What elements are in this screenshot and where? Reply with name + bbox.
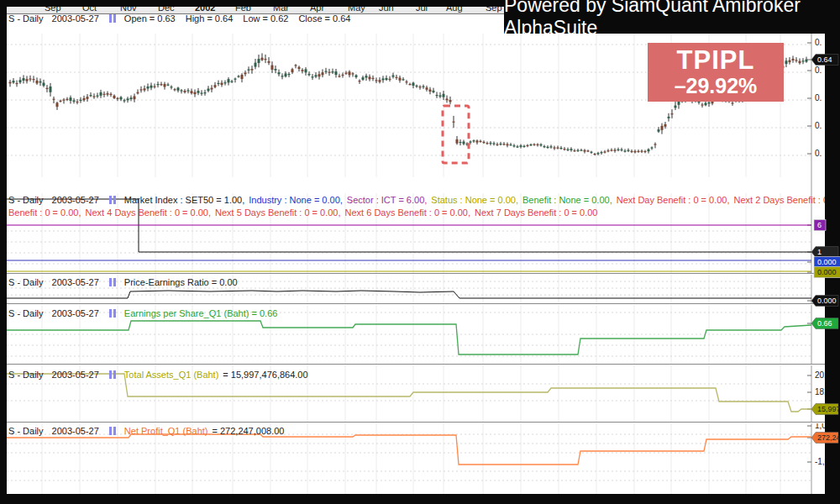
svg-text:1: 1 (817, 248, 822, 256)
price-tag: 0.000 (811, 296, 838, 307)
amibroker-chart-window: 0.0.0.0.0.20,00018,0001,000-1,000 SepOct… (0, 0, 840, 504)
price-tag: 1 (811, 247, 838, 258)
price-tag: 0.000 (814, 267, 840, 278)
svg-text:0.64: 0.64 (817, 55, 832, 64)
price-tag: 15,997,4 (811, 404, 840, 415)
price-tag: 6 (814, 220, 826, 231)
svg-text:0.000: 0.000 (817, 297, 837, 305)
price-tags-overlay: 0.64610.0000.0000.0000.6615,997,4272,24 (0, 0, 840, 504)
svg-text:0.000: 0.000 (817, 258, 837, 266)
price-tag: 272,24 (811, 433, 840, 444)
price-tag: 0.64 (811, 55, 838, 66)
price-tag: 0.66 (811, 318, 838, 329)
svg-text:6: 6 (817, 221, 822, 229)
svg-text:0.66: 0.66 (817, 319, 832, 328)
svg-text:0.000: 0.000 (817, 268, 837, 276)
price-tag: 0.000 (814, 257, 840, 268)
svg-text:15,997,4: 15,997,4 (817, 405, 840, 413)
svg-text:272,24: 272,24 (817, 433, 840, 442)
